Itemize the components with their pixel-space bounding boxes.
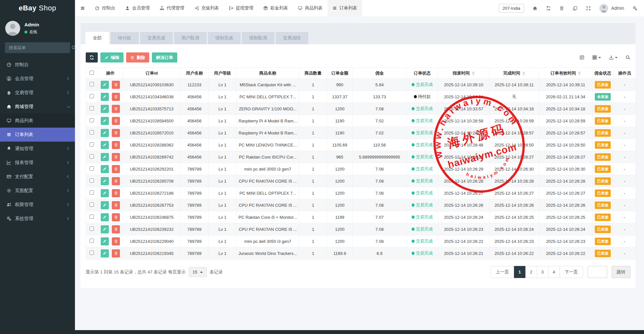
delete-row-button[interactable] (112, 189, 120, 197)
prev-page-button[interactable]: 上一页 (490, 266, 514, 278)
sort-assign-time-button[interactable] (472, 71, 475, 75)
jump-page-input[interactable] (588, 266, 607, 278)
delete-row-button[interactable] (112, 81, 120, 89)
row-checkbox[interactable] (90, 239, 94, 243)
jump-button[interactable]: 跳转 (612, 266, 630, 278)
tab-force-completed[interactable]: 强制完成 (208, 32, 241, 44)
delete-row-button[interactable] (112, 93, 120, 101)
clear-cache-button[interactable] (559, 6, 564, 11)
page-button-3[interactable]: 3 (537, 266, 549, 278)
sidebar-item-page-config[interactable]: 页面配置 (0, 184, 75, 198)
tab-completed[interactable]: 交易完成 (140, 32, 173, 44)
sort-finish-time-button[interactable] (522, 71, 525, 75)
edit-row-button[interactable] (101, 153, 109, 161)
sidebar-search-button[interactable] (70, 45, 80, 50)
page-size-select[interactable]: 15 (189, 267, 207, 277)
sidebar-item-payment-config[interactable]: 支付配置 (0, 170, 75, 184)
sidebar-item-permissions[interactable]: 权限管理 (0, 198, 75, 212)
sidebar-item-mall[interactable]: 商城管理 (0, 100, 75, 114)
edit-row-button[interactable] (101, 93, 109, 101)
edit-row-button[interactable] (101, 165, 109, 173)
edit-row-button[interactable] (101, 201, 109, 209)
sidebar-item-products[interactable]: 商品列表 (0, 114, 75, 128)
export-dropdown-button[interactable] (609, 55, 618, 60)
sidebar-toggle-button[interactable] (75, 0, 90, 16)
page-button-2[interactable]: 2 (525, 266, 537, 278)
topnav-item-orders[interactable]: 订单列表 (328, 0, 362, 16)
delete-row-button[interactable] (112, 117, 120, 125)
edit-row-button[interactable] (101, 141, 109, 149)
tab-frozen[interactable]: 交易冻结 (276, 32, 308, 44)
select-all-checkbox[interactable] (90, 71, 94, 75)
delete-row-button[interactable] (112, 129, 120, 137)
row-checkbox[interactable] (90, 82, 94, 86)
region-select[interactable]: 207-India (499, 4, 524, 13)
row-checkbox[interactable] (90, 190, 94, 195)
edit-row-button[interactable] (101, 81, 109, 89)
row-checkbox[interactable] (90, 130, 94, 134)
sidebar-item-members[interactable]: 会员管理 (0, 72, 75, 86)
row-checkbox[interactable] (90, 251, 94, 255)
delete-row-button[interactable] (112, 225, 120, 233)
toggle-view-button[interactable] (579, 55, 584, 60)
fullscreen-button[interactable] (586, 6, 591, 11)
tab-user-cancelled[interactable]: 用户取消 (174, 32, 207, 44)
edit-row-button[interactable] (101, 117, 109, 125)
topnav-item-products[interactable]: 商品列表 (293, 0, 328, 16)
delete-row-button[interactable] (112, 153, 120, 161)
topnav-item-members[interactable]: 会员管理 (120, 0, 155, 16)
edit-row-button[interactable] (101, 129, 109, 137)
sidebar-item-reports[interactable]: 报表管理 (0, 156, 75, 170)
row-checkbox[interactable] (90, 166, 94, 171)
row-checkbox[interactable] (90, 154, 94, 159)
row-checkbox[interactable] (90, 178, 94, 183)
tab-all[interactable]: 全部 (85, 32, 109, 44)
edit-row-button[interactable] (101, 105, 109, 113)
delete-row-button[interactable] (112, 105, 120, 113)
refresh-button[interactable] (546, 6, 551, 11)
row-checkbox[interactable] (90, 118, 94, 122)
sidebar-item-console[interactable]: 控制台 (0, 58, 75, 72)
sidebar-item-notifications[interactable]: 通知管理 (0, 142, 75, 156)
copy-button[interactable] (573, 6, 578, 11)
edit-row-button[interactable] (101, 237, 109, 245)
delete-row-button[interactable] (112, 141, 120, 149)
row-checkbox[interactable] (90, 106, 94, 110)
topnav-item-agents[interactable]: 代理管理 (155, 0, 189, 16)
sort-valid-time-button[interactable] (578, 71, 581, 75)
next-page-button[interactable]: 下一页 (560, 266, 583, 278)
sidebar-item-system[interactable]: 系统管理 (0, 212, 75, 226)
delete-row-button[interactable] (112, 213, 120, 221)
topnav-item-recharge[interactable]: 充值列表 (189, 0, 224, 16)
edit-row-button[interactable] (101, 225, 109, 233)
sidebar-search-input[interactable] (5, 45, 70, 50)
admin-menu[interactable]: Admin (599, 4, 624, 13)
unfreeze-order-button[interactable]: 解冻订单 (152, 52, 177, 63)
delete-row-button[interactable] (112, 165, 120, 173)
topnav-item-console[interactable]: 控制台 (90, 0, 120, 16)
edit-row-button[interactable] (101, 177, 109, 185)
delete-row-button[interactable] (112, 237, 120, 245)
tab-pending-payment[interactable]: 待付款 (110, 32, 139, 44)
row-checkbox[interactable] (90, 215, 94, 219)
tab-force-cancelled[interactable]: 强制取消 (242, 32, 274, 44)
sidebar-item-trades[interactable]: ฿交易管理 (0, 86, 75, 100)
delete-row-button[interactable] (112, 249, 120, 257)
columns-dropdown-button[interactable] (592, 55, 601, 60)
topnav-item-bonus[interactable]: 彩金列表 (258, 0, 293, 16)
page-button-4[interactable]: 4 (548, 266, 560, 278)
page-button-1[interactable]: 1 (514, 266, 526, 278)
edit-row-button[interactable] (101, 189, 109, 197)
home-button[interactable] (533, 6, 537, 11)
settings-button[interactable] (633, 6, 637, 11)
search-toggle-button[interactable] (625, 55, 630, 60)
delete-row-button[interactable] (112, 201, 120, 209)
edit-button[interactable]: 编辑 (100, 52, 124, 63)
row-checkbox[interactable] (90, 142, 94, 146)
sidebar-item-orders[interactable]: 订单列表 (0, 128, 75, 142)
delete-row-button[interactable] (112, 177, 120, 185)
row-checkbox[interactable] (90, 202, 94, 207)
delete-button[interactable]: 删除 (126, 52, 149, 63)
topnav-item-withdraw[interactable]: 提现管理 (224, 0, 258, 16)
edit-row-button[interactable] (101, 213, 109, 221)
